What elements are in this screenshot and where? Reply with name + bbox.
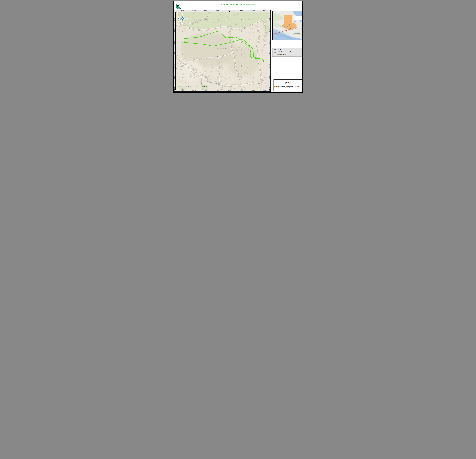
info-line: Sistema de coordenadas proyectadas [274,80,301,82]
legend-item-limite: Límite Departamental [274,51,291,53]
grid-tick [182,11,182,12]
grid-tick [269,31,269,31]
location-dot [286,30,287,31]
svg-text:O: O [178,18,179,19]
grid-tick [175,54,176,54]
grid-tick [241,90,241,90]
grid-tick [230,90,230,90]
source-line: Base de datos de la Dirección Análisis G… [274,86,301,87]
legend: Simbología Límite Departamental Área pro… [272,48,302,57]
svg-text:S: S [182,23,183,24]
scale-bar-label: 0.13 [196,86,198,87]
easting-label-top: 502600 [204,10,207,11]
legend-item-area: Área protegida [274,54,286,55]
scale-bar-label: Kilómetros [202,86,207,87]
header: CONAP Reserva Natural Privada La Barranc… [175,2,301,10]
main-map: GUATEMALA9a Calle15 Avenida16 Avenida14 … [175,12,269,90]
page-title: Reserva Natural Privada La Barranca [175,4,301,6]
grid-tick [182,90,182,90]
inset-partial-label: 721 [273,32,274,33]
area-protegida-swatch-icon [274,54,276,55]
fuente-label: Fuente: [274,84,301,86]
scale-bar-label: 0.06 [188,86,190,87]
easting-label-top: 502400 [181,10,184,11]
grid-tick [175,77,176,78]
grid-tick [241,11,241,12]
grid-tick [175,42,176,43]
info-line: Datum WGS84 [274,83,301,84]
inset-map: GuatemalaGuatemalaSan SalvadorBH oGuHond… [272,11,303,40]
diferendo-text: territorial no [296,18,300,18]
grid-tick [194,90,194,90]
easting-label-top: 502700 [216,10,219,11]
easting-label-top: 502500 [193,10,196,11]
easting-label-top: 502800 [228,10,231,11]
grid-tick [253,11,253,12]
easting-label-top: 503000 [252,10,255,11]
coordinate-system-info: Sistema de coordenadas proyectadas Proye… [273,79,302,92]
grid-tick [269,54,269,54]
grid-tick [175,66,176,66]
svg-text:N: N [182,13,183,15]
grid-tick [194,11,194,12]
grid-tick [218,90,218,90]
scale-bar-label: 0 [181,86,181,87]
grid-tick [269,66,269,66]
grid-tick [230,11,230,12]
legend-item-label: Área protegida [277,54,286,55]
diferendo-text: Diferendo [296,17,299,17]
limite-departamental-swatch-icon [274,51,276,53]
svg-text:E: E [187,18,187,19]
inset-country-label: Guatemala [279,26,288,27]
scale-bar-label: 0.03 [185,86,187,87]
grid-tick [269,19,269,20]
info-line: Proyección GTM [274,82,301,83]
inset-canvas: GuatemalaGuatemalaSan SalvadorBH oGuHond… [272,11,303,40]
legend-item-label: Límite Departamental [277,51,291,53]
inset-city2-label: San Salvador [294,33,300,34]
grid-tick [269,42,269,43]
easting-label-top: 502900 [240,10,243,11]
grid-tick [253,90,253,90]
grid-tick [175,19,176,20]
inset-city-label: Guatemala [290,28,295,29]
grid-tick [175,31,176,31]
map-sheet: CONAP Reserva Natural Privada La Barranc… [173,1,303,93]
logo-text: CONAP [175,8,181,9]
legend-title: Simbología [274,49,281,50]
grid-tick [218,11,218,12]
inset-partial-label: H o [299,28,302,29]
source-line: Base de datos cartografía básica IGN 201… [274,87,301,89]
map-canvas: GUATEMALA9a Calle15 Avenida16 Avenida14 … [176,12,269,90]
city-label: GUATEMALA [215,48,230,49]
easting-label-top: 503100 [263,10,266,11]
inset-partial-label: B [292,17,293,19]
diferendo-text: resuelto [297,19,299,19]
grid-tick [269,77,269,78]
